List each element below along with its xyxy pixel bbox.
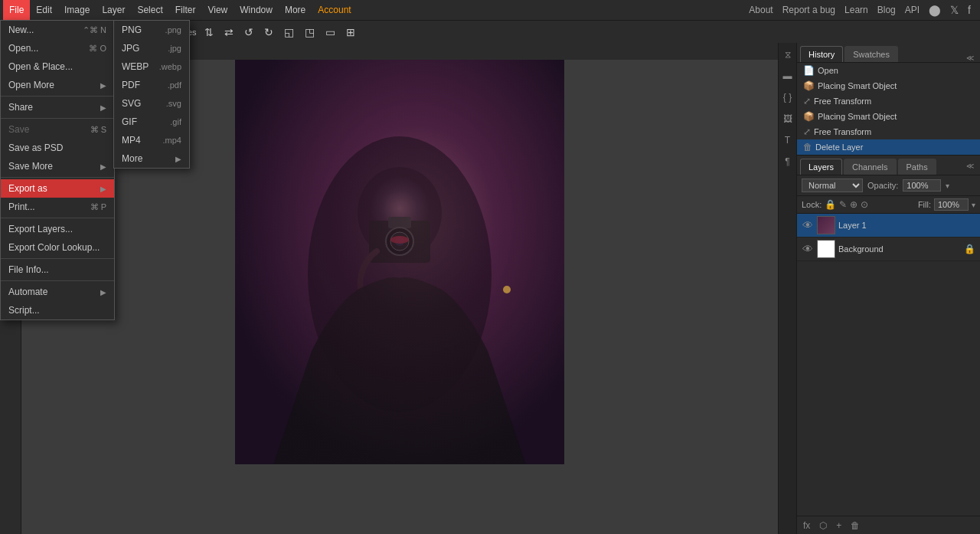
history-item-transform1[interactable]: ⤢ Free Transform (797, 93, 980, 109)
menu-item-more[interactable]: More (279, 0, 312, 20)
menu-item-filter[interactable]: Filter (169, 0, 202, 20)
automate-arrow: ▶ (100, 288, 106, 296)
menu-item-edit[interactable]: Edit (30, 0, 58, 20)
css-strip-icon[interactable]: { } (779, 89, 796, 106)
menu-print-shortcut: ⌘ P (90, 202, 106, 212)
tab-paths[interactable]: Paths (898, 159, 936, 175)
lock-all-icon[interactable]: ⊙ (861, 199, 868, 210)
menu-sep-6 (1, 280, 114, 281)
menu-file-info[interactable]: File Info... (1, 260, 114, 279)
menu-item-window[interactable]: Window (234, 0, 279, 20)
transform-icon1[interactable]: ◱ (281, 25, 297, 40)
add-adjustment-layer-btn[interactable]: fx (800, 519, 813, 532)
flip-h-btn[interactable]: ⇅ (201, 25, 217, 40)
learn-link[interactable]: Learn (844, 5, 868, 15)
menu-export-color-lookup[interactable]: Export Color Lookup... (1, 238, 114, 257)
history-item-open[interactable]: 📄 Open (797, 63, 980, 78)
about-link[interactable]: About (749, 5, 773, 15)
blog-link[interactable]: Blog (877, 5, 896, 15)
fill-value[interactable]: 100% (934, 198, 969, 211)
export-mp4-ext: .mp4 (163, 136, 181, 145)
layer-item-1[interactable]: 👁 Background 🔒 (797, 238, 980, 261)
add-layer-btn[interactable]: + (833, 519, 844, 532)
history-transform2-icon: ⤢ (803, 126, 811, 137)
transform-icon2[interactable]: ◳ (302, 25, 318, 40)
transform-icon3[interactable]: ▭ (322, 25, 338, 40)
history-item-label-4: Free Transform (814, 127, 871, 136)
menu-save-more[interactable]: Save More ▶ (1, 157, 114, 175)
menu-share-label: Share (8, 102, 33, 113)
layer-item-0[interactable]: 👁 Layer 1 (797, 214, 980, 238)
delete-layer-btn[interactable]: 🗑 (848, 519, 863, 532)
lock-position-icon[interactable]: 🔒 (825, 199, 836, 210)
fill-arrow[interactable]: ▾ (972, 201, 975, 209)
export-png-label: PNG (122, 25, 142, 35)
social-icon-twitter[interactable]: 𝕏 (950, 4, 959, 16)
add-mask-btn[interactable]: ⬡ (816, 519, 830, 532)
history-item-transform2[interactable]: ⤢ Free Transform (797, 124, 980, 139)
export-svg-label: SVG (122, 98, 141, 109)
flip-v-btn[interactable]: ⇄ (221, 25, 237, 40)
social-icon-facebook[interactable]: f (968, 4, 971, 16)
para-strip-icon[interactable]: ¶ (779, 153, 796, 170)
history-item-label-5: Delete Layer (815, 143, 863, 152)
lock-artboard-icon[interactable]: ⊕ (850, 199, 858, 210)
social-icon-reddit[interactable]: ⬤ (929, 4, 941, 16)
tab-channels[interactable]: Channels (844, 159, 896, 175)
menu-item-file[interactable]: File (3, 0, 30, 20)
export-gif[interactable]: GIF .gif (114, 113, 189, 131)
menu-new[interactable]: New... ⌃⌘ N (1, 21, 114, 39)
menu-sep-5 (1, 258, 114, 259)
export-pdf-ext: .pdf (168, 80, 181, 90)
tab-history[interactable]: History (800, 46, 843, 62)
history-item-delete[interactable]: 🗑 Delete Layer (797, 139, 980, 155)
layer-eye-1[interactable]: 👁 (802, 243, 814, 255)
menu-print[interactable]: Print... ⌘ P (1, 198, 114, 216)
export-png[interactable]: PNG .png (114, 21, 189, 39)
open-more-arrow: ▶ (100, 81, 106, 90)
layers-panel-tabs: Layers Channels Paths ≪ (797, 156, 980, 175)
export-mp4[interactable]: MP4 .mp4 (114, 131, 189, 149)
opacity-arrow[interactable]: ▾ (946, 182, 949, 190)
panel-collapse-icon[interactable]: ≪ (963, 51, 977, 62)
layers-strip-icon[interactable]: ▬ (779, 67, 796, 84)
export-jpg[interactable]: JPG .jpg (114, 39, 189, 57)
lock-pixel-icon[interactable]: ✎ (839, 199, 847, 210)
export-pdf[interactable]: PDF .pdf (114, 76, 189, 94)
menu-item-image[interactable]: Image (58, 0, 96, 20)
layer-eye-0[interactable]: 👁 (802, 219, 814, 231)
blend-mode-select[interactable]: Normal (802, 179, 863, 192)
menu-sep-3 (1, 177, 114, 178)
history-strip-icon[interactable]: ⧖ (779, 46, 796, 63)
report-bug-link[interactable]: Report a bug (782, 5, 835, 15)
menu-export-layers[interactable]: Export Layers... (1, 220, 114, 238)
menu-export-as[interactable]: Export as ▶ (1, 179, 114, 198)
menu-item-view[interactable]: View (201, 0, 234, 20)
history-item-placing1[interactable]: 📦 Placing Smart Object (797, 78, 980, 93)
export-more[interactable]: More ▶ (114, 149, 189, 168)
menu-item-layer[interactable]: Layer (96, 0, 131, 20)
menu-item-select[interactable]: Select (131, 0, 168, 20)
tab-layers[interactable]: Layers (800, 159, 842, 175)
tab-swatches[interactable]: Swatches (844, 46, 898, 62)
menu-open-more[interactable]: Open More ▶ (1, 76, 114, 94)
menu-script[interactable]: Script... (1, 301, 114, 319)
opacity-label: Opacity: (867, 181, 898, 190)
grid-icon[interactable]: ⊞ (343, 25, 358, 40)
menu-automate[interactable]: Automate ▶ (1, 283, 114, 301)
menu-save-psd[interactable]: Save as PSD (1, 139, 114, 157)
history-item-placing2[interactable]: 📦 Placing Smart Object (797, 109, 980, 124)
layers-collapse-icon[interactable]: ≪ (963, 159, 977, 175)
menu-item-account[interactable]: Account (312, 0, 357, 20)
export-svg[interactable]: SVG .svg (114, 94, 189, 113)
menu-open[interactable]: Open... ⌘ O (1, 39, 114, 57)
rotate-cw-btn[interactable]: ↻ (261, 25, 276, 40)
opacity-value[interactable]: 100% (903, 179, 941, 192)
text-strip-icon[interactable]: T (779, 132, 796, 149)
api-link[interactable]: API (905, 5, 920, 15)
export-webp[interactable]: WEBP .webp (114, 57, 189, 76)
rotate-ccw-btn[interactable]: ↺ (241, 25, 256, 40)
menu-share[interactable]: Share ▶ (1, 98, 114, 116)
menu-open-place[interactable]: Open & Place... (1, 57, 114, 76)
image-strip-icon[interactable]: 🖼 (779, 110, 796, 127)
